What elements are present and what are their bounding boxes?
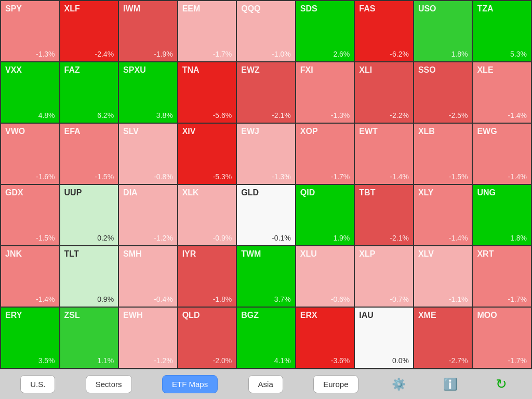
tab-asia[interactable]: Asia <box>248 375 283 393</box>
cell-dia[interactable]: DIA-1.2% <box>119 185 177 245</box>
cell-iwm[interactable]: IWM-1.9% <box>119 1 177 61</box>
cell-xlv[interactable]: XLV-1.1% <box>414 246 472 307</box>
cell-sso[interactable]: SSO-2.5% <box>414 62 472 123</box>
ticker-label: EWH <box>123 311 173 320</box>
ticker-label: XLV <box>418 249 468 259</box>
ticker-label: SPY <box>5 4 55 14</box>
cell-ewt[interactable]: EWT-1.4% <box>355 124 413 184</box>
ticker-label: IAU <box>359 311 409 320</box>
ticker-label: XME <box>418 311 468 320</box>
ticker-label: ERY <box>5 311 55 320</box>
ticker-label: TWM <box>241 249 291 259</box>
cell-uso[interactable]: USO1.8% <box>414 1 472 61</box>
ticker-label: VXX <box>5 65 55 75</box>
cell-vwo[interactable]: VWO-1.6% <box>1 124 59 184</box>
cell-xlb[interactable]: XLB-1.5% <box>414 124 472 184</box>
pct-label: 4.1% <box>241 356 291 365</box>
cell-qld[interactable]: QLD-2.0% <box>178 308 236 368</box>
pct-label: -2.1% <box>241 111 291 119</box>
cell-ery[interactable]: ERY3.5% <box>1 308 59 368</box>
ticker-label: TNA <box>182 65 232 75</box>
ticker-label: FAS <box>359 4 409 14</box>
cell-smh[interactable]: SMH-0.4% <box>119 246 177 307</box>
tab-europe[interactable]: Europe <box>313 375 358 393</box>
pct-label: -1.4% <box>5 295 55 303</box>
cell-xop[interactable]: XOP-1.7% <box>296 124 354 184</box>
cell-zsl[interactable]: ZSL1.1% <box>60 308 118 368</box>
ticker-label: XLI <box>359 65 409 75</box>
cell-jnk[interactable]: JNK-1.4% <box>1 246 59 307</box>
ticker-label: XLU <box>300 249 350 259</box>
pct-label: 0.0% <box>359 356 409 365</box>
cell-iau[interactable]: IAU0.0% <box>355 308 413 368</box>
cell-fxi[interactable]: FXI-1.3% <box>296 62 354 123</box>
cell-tza[interactable]: TZA5.3% <box>473 1 531 61</box>
tools-icon[interactable]: ⚙️ <box>389 374 409 395</box>
cell-xlf[interactable]: XLF-2.4% <box>60 1 118 61</box>
tab-us[interactable]: U.S. <box>20 375 55 393</box>
cell-xlp[interactable]: XLP-0.7% <box>355 246 413 307</box>
pct-label: -1.7% <box>477 295 527 303</box>
ticker-label: QLD <box>182 311 232 320</box>
cell-faz[interactable]: FAZ6.2% <box>60 62 118 123</box>
ticker-label: ERX <box>300 311 350 320</box>
cell-fas[interactable]: FAS-6.2% <box>355 1 413 61</box>
cell-efa[interactable]: EFA-1.5% <box>60 124 118 184</box>
pct-label: -1.0% <box>241 50 291 58</box>
heatmap-grid: SPY-1.3%XLF-2.4%IWM-1.9%EEM-1.7%QQQ-1.0%… <box>0 0 532 369</box>
cell-gld[interactable]: GLD-0.1% <box>237 185 295 245</box>
ticker-label: XLK <box>182 188 232 197</box>
pct-label: -1.5% <box>64 172 114 181</box>
cell-eem[interactable]: EEM-1.7% <box>178 1 236 61</box>
cell-moo[interactable]: MOO-1.7% <box>473 308 531 368</box>
pct-label: -1.7% <box>477 356 527 365</box>
cell-xiv[interactable]: XIV-5.3% <box>178 124 236 184</box>
cell-tbt[interactable]: TBT-2.1% <box>355 185 413 245</box>
tab-sectors[interactable]: Sectors <box>86 375 132 393</box>
ticker-label: UUP <box>64 188 114 197</box>
cell-uup[interactable]: UUP0.2% <box>60 185 118 245</box>
cell-xly[interactable]: XLY-1.4% <box>414 185 472 245</box>
pct-label: -0.7% <box>359 295 409 303</box>
cell-ewh[interactable]: EWH-1.2% <box>119 308 177 368</box>
cell-erx[interactable]: ERX-3.6% <box>296 308 354 368</box>
cell-gdx[interactable]: GDX-1.5% <box>1 185 59 245</box>
ticker-label: SDS <box>300 4 350 14</box>
pct-label: -1.8% <box>182 295 232 303</box>
cell-tna[interactable]: TNA-5.6% <box>178 62 236 123</box>
ticker-label: IWM <box>123 4 173 14</box>
ticker-label: SSO <box>418 65 468 75</box>
info-icon[interactable]: ℹ️ <box>440 374 460 395</box>
cell-sds[interactable]: SDS2.6% <box>296 1 354 61</box>
cell-ewj[interactable]: EWJ-1.3% <box>237 124 295 184</box>
refresh-icon[interactable]: ↻ <box>491 374 512 395</box>
cell-xlk[interactable]: XLK-0.9% <box>178 185 236 245</box>
pct-label: -1.6% <box>5 172 55 181</box>
pct-label: -2.2% <box>359 111 409 119</box>
ticker-label: XLP <box>359 249 409 259</box>
pct-label: 3.7% <box>241 295 291 303</box>
ticker-label: TZA <box>477 4 527 14</box>
cell-slv[interactable]: SLV-0.8% <box>119 124 177 184</box>
tab-etfmaps[interactable]: ETF Maps <box>162 375 218 393</box>
cell-ewz[interactable]: EWZ-2.1% <box>237 62 295 123</box>
cell-xli[interactable]: XLI-2.2% <box>355 62 413 123</box>
cell-vxx[interactable]: VXX4.8% <box>1 62 59 123</box>
cell-spxu[interactable]: SPXU3.8% <box>119 62 177 123</box>
cell-spy[interactable]: SPY-1.3% <box>1 1 59 61</box>
cell-xle[interactable]: XLE-1.4% <box>473 62 531 123</box>
ticker-label: QID <box>300 188 350 197</box>
cell-ewg[interactable]: EWG-1.4% <box>473 124 531 184</box>
pct-label: -1.9% <box>123 50 173 58</box>
cell-twm[interactable]: TWM3.7% <box>237 246 295 307</box>
cell-tlt[interactable]: TLT0.9% <box>60 246 118 307</box>
cell-qqq[interactable]: QQQ-1.0% <box>237 1 295 61</box>
cell-ung[interactable]: UNG1.8% <box>473 185 531 245</box>
ticker-label: EEM <box>182 4 232 14</box>
cell-xlu[interactable]: XLU-0.6% <box>296 246 354 307</box>
cell-xme[interactable]: XME-2.7% <box>414 308 472 368</box>
cell-qid[interactable]: QID1.9% <box>296 185 354 245</box>
cell-iyr[interactable]: IYR-1.8% <box>178 246 236 307</box>
cell-bgz[interactable]: BGZ4.1% <box>237 308 295 368</box>
cell-xrt[interactable]: XRT-1.7% <box>473 246 531 307</box>
